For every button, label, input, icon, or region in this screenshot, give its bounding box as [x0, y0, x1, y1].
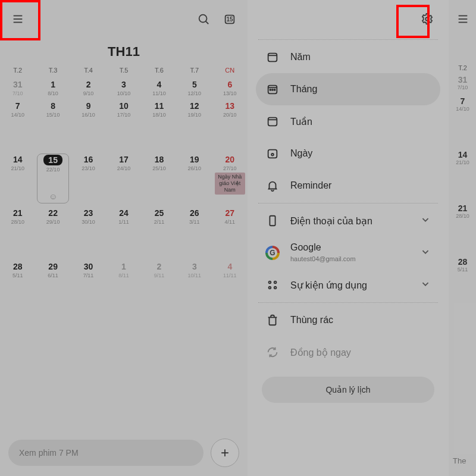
view-month[interactable]: Tháng: [256, 73, 440, 105]
today-button[interactable]: 15: [217, 6, 243, 32]
account-app-events-label: Sự kiện ứng dụng: [290, 280, 414, 291]
calendar-icon: [264, 81, 281, 98]
google-icon: G: [264, 245, 281, 261]
calendar-month-view: 15 TH11 T.2T.3T.4T.5T.6T.7CN 317/1018/10…: [0, 0, 248, 476]
calendar-day-cell[interactable]: 274/11: [212, 206, 248, 259]
weekday-row: T.2T.3T.4T.5T.6T.7CN: [0, 63, 248, 77]
calendar-day-cell[interactable]: 2027/10Ngày Nhà giáo Việt Nam: [212, 152, 248, 206]
month-title: TH11: [0, 38, 248, 63]
smiley-icon: ☺: [35, 192, 70, 201]
view-reminder[interactable]: Reminder: [256, 170, 440, 202]
calendar-day-cell[interactable]: 18/10: [35, 77, 70, 99]
account-google[interactable]: G Google hautest04@gmail.com: [256, 237, 440, 269]
calendar-day-cell[interactable]: 252/11: [142, 206, 177, 259]
separator: [258, 203, 438, 203]
svg-line-4: [206, 21, 209, 24]
calendar-icon: [264, 145, 281, 162]
svg-point-19: [269, 281, 271, 284]
calendar-day-cell[interactable]: 1118/10: [142, 99, 177, 152]
account-google-label: Google: [290, 242, 414, 253]
calendar-day-cell[interactable]: 916/10: [71, 99, 106, 152]
weekday-label: CN: [212, 63, 248, 77]
calendar-day-cell[interactable]: 263/11: [177, 206, 212, 259]
view-reminder-label: Reminder: [290, 180, 432, 191]
account-phone[interactable]: Điện thoại của bạn: [256, 205, 440, 237]
calendar-day-cell[interactable]: 29/11: [142, 259, 177, 313]
phone-icon: [264, 212, 281, 229]
calendar-day-cell[interactable]: 2229/10: [35, 206, 70, 259]
calendar-day-cell[interactable]: 317/10: [0, 77, 35, 99]
calendar-day-cell[interactable]: 296/11: [35, 259, 70, 313]
calendar-day-cell[interactable]: 1421/10: [0, 152, 35, 206]
calendar-day-cell[interactable]: 307/11: [71, 259, 106, 313]
calendar-day-cell[interactable]: 2330/10: [71, 206, 106, 259]
account-app-events[interactable]: Sự kiện ứng dụng: [256, 269, 440, 301]
plus-icon: +: [221, 444, 229, 461]
sync-icon: [264, 344, 281, 361]
calendar-day-cell[interactable]: 714/10: [0, 99, 35, 152]
calendar-grid: 317/1018/1029/10310/10411/10512/10613/10…: [0, 77, 248, 313]
calendar-day-cell[interactable]: 310/10: [106, 77, 141, 99]
calendar-day-cell[interactable]: 411/11: [212, 259, 248, 313]
account-phone-label: Điện thoại của bạn: [290, 215, 414, 227]
peek-second-screen: T.2 317/10714/101421/102128/10285/11 The: [449, 0, 476, 476]
menu-button[interactable]: [449, 0, 476, 38]
trash-button[interactable]: Thùng rác: [256, 304, 440, 336]
calendar-day-cell[interactable]: 2128/10: [0, 206, 35, 259]
svg-point-3: [199, 15, 207, 23]
calendar-day-cell[interactable]: 1724/10: [106, 152, 141, 206]
weekday-label: T.2: [449, 64, 476, 71]
calendar-day-cell[interactable]: 411/10: [142, 77, 177, 99]
menu-button[interactable]: [5, 6, 31, 32]
chevron-down-icon: [419, 277, 432, 293]
sync-label: Đồng bộ ngay: [290, 347, 432, 358]
settings-button[interactable]: [414, 6, 440, 32]
manage-calendars-button[interactable]: Quản lý lịch: [262, 377, 434, 403]
calendar-icon: [264, 113, 281, 130]
svg-point-21: [269, 287, 271, 289]
calendar-day-cell[interactable]: 285/11: [449, 253, 476, 307]
quick-add-hint[interactable]: Xem phim 7 PM: [8, 440, 203, 466]
calendar-day-cell[interactable]: 1421/10: [449, 146, 476, 200]
calendar-day-cell[interactable]: 241/11: [106, 206, 141, 259]
account-google-email: hautest04@gmail.com: [290, 255, 356, 262]
weekday-label: T.6: [142, 63, 177, 77]
calendar-day-cell[interactable]: 2128/10: [449, 200, 476, 253]
sync-now[interactable]: Đồng bộ ngay: [256, 336, 440, 368]
weekday-label: T.7: [177, 63, 212, 77]
svg-point-22: [274, 287, 277, 289]
calendar-day-cell[interactable]: 815/10: [35, 99, 70, 152]
event-chip[interactable]: Ngày Nhà giáo Việt Nam: [215, 173, 245, 195]
bell-icon: [264, 177, 281, 194]
view-week-label: Tuần: [290, 116, 432, 127]
view-day[interactable]: Ngày: [256, 137, 440, 170]
calendar-day-cell[interactable]: 310/11: [177, 259, 212, 313]
quick-add-hint-peek: The: [453, 456, 476, 465]
weekday-label: T.3: [35, 63, 70, 77]
quick-add-hint-text: Xem phim 7 PM: [19, 448, 79, 458]
calendar-day-cell[interactable]: 714/10: [449, 93, 476, 146]
calendar-day-cell[interactable]: 285/11: [0, 259, 35, 313]
calendar-header: 15: [0, 0, 248, 38]
bottom-bar: Xem phim 7 PM +: [0, 436, 248, 470]
calendar-day-cell[interactable]: 317/10: [449, 71, 476, 93]
weekday-label: T.2: [0, 63, 35, 77]
view-week[interactable]: Tuần: [256, 105, 440, 137]
drawer-header: [256, 0, 440, 38]
calendar-day-cell[interactable]: 1320/10: [212, 99, 248, 152]
calendar-day-cell[interactable]: 1926/10: [177, 152, 212, 206]
add-event-button[interactable]: +: [211, 439, 239, 467]
manage-calendars-label: Quản lý lịch: [325, 385, 370, 394]
calendar-day-cell[interactable]: 29/10: [71, 77, 106, 99]
calendar-day-cell[interactable]: 1219/10: [177, 99, 212, 152]
svg-rect-18: [270, 216, 275, 226]
calendar-day-cell[interactable]: 1825/10: [142, 152, 177, 206]
calendar-day-cell[interactable]: 1522/10☺: [35, 152, 70, 206]
calendar-day-cell[interactable]: 18/11: [106, 259, 141, 313]
calendar-day-cell[interactable]: 512/10: [177, 77, 212, 99]
search-button[interactable]: [190, 6, 217, 32]
calendar-day-cell[interactable]: 613/10: [212, 77, 248, 99]
calendar-day-cell[interactable]: 1017/10: [106, 99, 141, 152]
calendar-day-cell[interactable]: 1623/10: [71, 152, 106, 206]
view-year[interactable]: Năm: [256, 41, 440, 73]
